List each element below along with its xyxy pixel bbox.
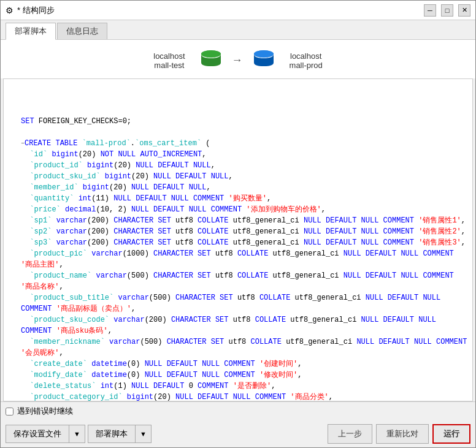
tab-deploy-script[interactable]: 部署脚本	[6, 23, 56, 40]
target-db: mall-prod	[290, 61, 323, 70]
code-editor[interactable]: SET FOREIGN_KEY_CHECKS=0; −CREATE TABLE …	[4, 79, 472, 401]
tab-bar: 部署脚本 信息日志	[1, 20, 475, 40]
title-bar-controls: ─ □ ✕	[424, 4, 470, 17]
footer-checkbox-row: 遇到错误时继续	[1, 401, 475, 420]
svg-point-1	[201, 50, 221, 58]
minimize-button[interactable]: ─	[424, 4, 436, 17]
title-bar: ⚙ * 结构同步 ─ □ ✕	[1, 1, 475, 20]
run-button[interactable]: 运行	[432, 424, 470, 444]
compare-button[interactable]: 重新比对	[376, 424, 429, 444]
footer-buttons: 保存设置文件 ▼ 部署脚本 ▼ 上一步 重新比对 运行	[1, 420, 475, 447]
title-bar-left: ⚙ * 结构同步	[6, 5, 55, 16]
save-settings-dropdown[interactable]: ▼	[69, 425, 85, 442]
window-icon: ⚙	[6, 6, 13, 15]
svg-point-3	[254, 50, 274, 58]
deploy-script-split-button: 部署脚本 ▼	[88, 425, 152, 443]
continue-on-error-label[interactable]: 遇到错误时继续	[17, 406, 73, 417]
target-host: localhost	[290, 51, 323, 61]
sync-header: localhost mall-test → localhost	[1, 40, 475, 78]
deploy-script-dropdown[interactable]: ▼	[136, 425, 151, 442]
window-title: * 结构同步	[17, 5, 55, 16]
prev-button[interactable]: 上一步	[328, 424, 372, 444]
sync-arrow: →	[232, 54, 243, 67]
target-db-info: localhost mall-prod	[290, 51, 323, 70]
source-host: localhost	[153, 51, 185, 61]
save-settings-split-button: 保存设置文件 ▼	[6, 425, 85, 443]
continue-on-error-checkbox[interactable]	[6, 408, 13, 416]
deploy-script-button[interactable]: 部署脚本	[88, 425, 136, 442]
target-db-icon	[253, 50, 275, 71]
footer-right-buttons: 上一步 重新比对 运行	[328, 424, 470, 444]
main-window: ⚙ * 结构同步 ─ □ ✕ 部署脚本 信息日志 localhost mall-…	[0, 0, 476, 448]
tab-info-log[interactable]: 信息日志	[57, 23, 107, 39]
maximize-button[interactable]: □	[441, 4, 453, 17]
save-settings-button[interactable]: 保存设置文件	[6, 425, 69, 442]
source-db: mall-test	[153, 61, 185, 70]
code-editor-container: SET FOREIGN_KEY_CHECKS=0; −CREATE TABLE …	[3, 78, 473, 401]
source-db-icon	[200, 50, 222, 71]
close-button[interactable]: ✕	[458, 4, 470, 17]
source-db-info: localhost mall-test	[153, 51, 185, 70]
footer-left-buttons: 保存设置文件 ▼ 部署脚本 ▼	[6, 425, 152, 443]
